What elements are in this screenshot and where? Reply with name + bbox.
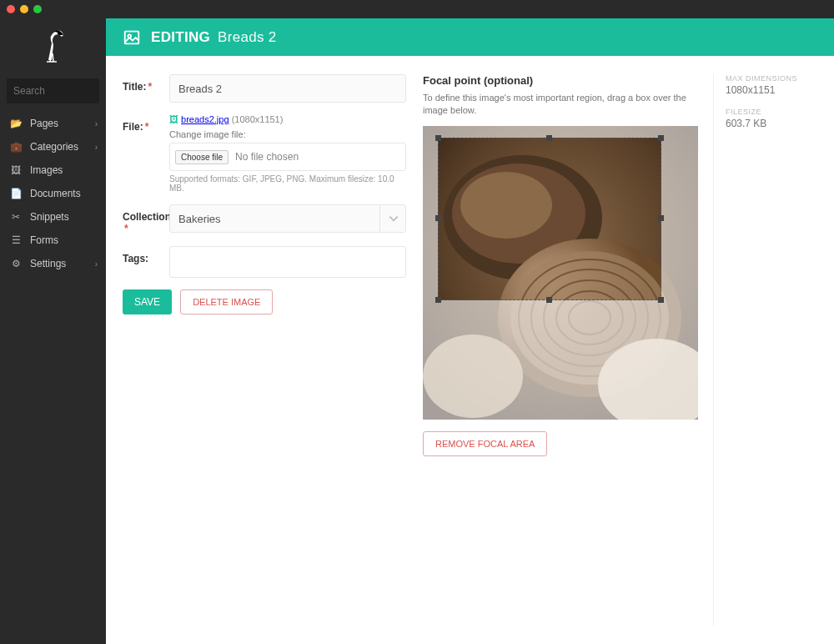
sidebar: 📂 Pages › 💼 Categories › 🖼 Images 📄 Docu… — [0, 18, 106, 644]
collection-select[interactable] — [169, 204, 406, 233]
supported-formats: Supported formats: GIF, JPEG, PNG. Maxim… — [169, 174, 406, 193]
field-collection: Collection:* — [123, 204, 406, 234]
tags-label: Tags: — [123, 246, 169, 278]
meta-column: MAX DIMENSIONS 1080x1151 FILESIZE 603.7 … — [713, 74, 817, 626]
window-titlebar — [0, 0, 834, 18]
page-header: EDITING Breads 2 — [106, 18, 834, 56]
file-link[interactable]: breads2.jpg — [181, 114, 229, 124]
file-label: File:* — [123, 114, 169, 193]
sidebar-item-forms[interactable]: ☰ Forms — [0, 229, 106, 252]
field-file: File:* 🖼 breads2.jpg (1080x1151) Change … — [123, 114, 406, 193]
sidebar-item-label: Snippets — [30, 211, 98, 223]
sidebar-item-label: Images — [30, 164, 98, 176]
folder-open-icon: 📂 — [8, 118, 23, 129]
sidebar-item-label: Categories — [30, 141, 95, 153]
resize-handle-e[interactable] — [658, 215, 664, 221]
list-icon: ☰ — [8, 234, 23, 246]
window-close-icon[interactable] — [7, 5, 15, 13]
chevron-right-icon: › — [95, 119, 98, 128]
sidebar-item-pages[interactable]: 📂 Pages › — [0, 112, 106, 135]
sidebar-item-label: Pages — [30, 118, 95, 129]
image-icon — [123, 28, 141, 47]
focal-heading: Focal point (optional) — [423, 74, 696, 87]
sidebar-item-label: Settings — [30, 258, 95, 269]
sidebar-item-documents[interactable]: 📄 Documents — [0, 182, 106, 205]
filesize-value: 603.7 KB — [726, 118, 817, 129]
file-dimensions: (1080x1151) — [232, 114, 284, 124]
no-file-chosen: No file chosen — [235, 151, 299, 163]
document-icon: 📄 — [8, 188, 23, 199]
chevron-right-icon: › — [95, 259, 98, 269]
field-tags: Tags: — [123, 246, 406, 278]
delete-image-button[interactable]: DELETE IMAGE — [180, 289, 273, 314]
title-label: Title:* — [123, 74, 169, 103]
sidebar-item-label: Documents — [30, 188, 98, 199]
focal-selection-box[interactable] — [438, 138, 661, 300]
file-picker[interactable]: Choose file No file chosen — [169, 143, 406, 171]
window-minimize-icon[interactable] — [20, 5, 28, 13]
focal-column: Focal point (optional) To define this im… — [423, 74, 696, 626]
form-actions: SAVE DELETE IMAGE — [123, 289, 406, 314]
save-button[interactable]: SAVE — [123, 289, 172, 314]
resize-handle-sw[interactable] — [435, 297, 441, 303]
header-action: EDITING — [151, 29, 210, 45]
sidebar-item-label: Forms — [30, 234, 98, 246]
sidebar-item-settings[interactable]: ⚙ Settings › — [0, 252, 106, 275]
filesize-label: FILESIZE — [726, 108, 817, 116]
tags-input[interactable] — [169, 246, 406, 278]
maxdim-value: 1080x1151 — [726, 84, 817, 96]
resize-handle-nw[interactable] — [435, 135, 441, 141]
collection-label: Collection:* — [123, 204, 169, 234]
title-input[interactable] — [169, 74, 406, 103]
sidebar-menu: 📂 Pages › 💼 Categories › 🖼 Images 📄 Docu… — [0, 112, 106, 275]
scissors-icon: ✂ — [8, 211, 23, 223]
change-image-label: Change image file: — [169, 129, 406, 139]
cog-icon: ⚙ — [8, 258, 23, 269]
main-content: EDITING Breads 2 Title:* File:* 🖼 — [106, 18, 834, 644]
sidebar-item-categories[interactable]: 💼 Categories › — [0, 135, 106, 158]
app-logo — [0, 18, 106, 73]
chevron-right-icon: › — [95, 143, 98, 152]
resize-handle-w[interactable] — [435, 215, 441, 221]
field-title: Title:* — [123, 74, 406, 103]
window-maximize-icon[interactable] — [33, 5, 42, 13]
header-title: Breads 2 — [218, 29, 276, 45]
search-box[interactable] — [7, 78, 99, 103]
image-icon: 🖼 — [8, 164, 23, 176]
focal-help: To define this image's most important re… — [423, 92, 696, 118]
sidebar-item-images[interactable]: 🖼 Images — [0, 158, 106, 182]
form-column: Title:* File:* 🖼 breads2.jpg (1080x1151)… — [123, 74, 406, 626]
resize-handle-ne[interactable] — [658, 135, 664, 141]
choose-file-button[interactable]: Choose file — [175, 150, 229, 164]
resize-handle-se[interactable] — [658, 297, 664, 303]
remove-focal-area-button[interactable]: REMOVE FOCAL AREA — [423, 431, 547, 456]
maxdim-label: MAX DIMENSIONS — [726, 74, 817, 83]
sidebar-item-snippets[interactable]: ✂ Snippets — [0, 205, 106, 229]
briefcase-icon: 💼 — [8, 141, 23, 153]
resize-handle-s[interactable] — [546, 297, 552, 303]
page-title: EDITING Breads 2 — [151, 29, 277, 46]
file-icon: 🖼 — [169, 114, 178, 124]
resize-handle-n[interactable] — [546, 135, 552, 141]
image-preview[interactable] — [423, 126, 698, 420]
